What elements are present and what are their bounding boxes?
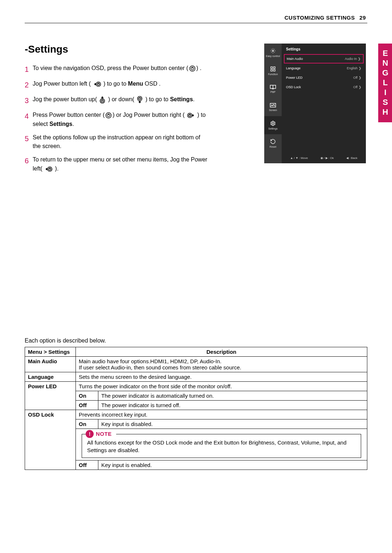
- instruction-list: 1 To view the navigation OSD, press the …: [25, 64, 210, 173]
- step-number: 2: [25, 79, 33, 91]
- note-box: ! NOTE All functions except for the OSD …: [82, 434, 361, 458]
- row-power-led: Power LED: [25, 381, 76, 410]
- note-text: All functions except for the OSD Lock mo…: [87, 439, 356, 454]
- power-center-icon: [189, 65, 196, 72]
- step-2: 2 Jog Power button left ( ) to go to Men…: [25, 79, 210, 91]
- language-side-tab: ENGLISH: [378, 44, 392, 122]
- powerled-desc: Turns the power indicator on the front s…: [76, 381, 367, 391]
- power-up-icon: [99, 96, 106, 104]
- power-down-icon: [136, 96, 143, 104]
- page-header: CUSTOMIZING SETTINGS 29: [285, 15, 366, 21]
- svg-point-19: [138, 96, 142, 101]
- step-number: 3: [25, 95, 33, 106]
- header-rule: [25, 23, 367, 23]
- osdlock-on-desc: Key input is disabled.: [98, 419, 367, 429]
- power-right-icon: [187, 112, 195, 119]
- osdlock-off-label: Off: [79, 462, 87, 468]
- power-left-icon: [45, 166, 53, 172]
- osdlock-off-desc: Key input is enabled.: [98, 460, 367, 470]
- step-6: 6 To return to the upper menu or set oth…: [25, 155, 210, 173]
- row-main-audio: Main Audio: [25, 356, 76, 372]
- osdlock-desc: Prevents incorrect key input.: [76, 410, 367, 419]
- note-label: NOTE: [96, 431, 112, 437]
- section-title: CUSTOMIZING SETTINGS: [285, 15, 355, 21]
- step-number: 6: [25, 155, 33, 173]
- step-5: 5 Set the options follow up the instruct…: [25, 133, 210, 151]
- powerled-off-desc: The power indicator is turned off.: [98, 400, 367, 410]
- main-audio-desc: Main audio have four options.HDMI1, HDMI…: [76, 356, 367, 372]
- step-number: 1: [25, 64, 33, 75]
- col-description: Description: [76, 347, 367, 356]
- osdlock-on-label: On: [79, 421, 86, 427]
- powerled-off-label: Off: [79, 402, 87, 408]
- each-option-text: Each option is described below.: [25, 337, 367, 344]
- note-badge-icon: !: [86, 430, 94, 438]
- step-4: 4 Press Power button center () or Jog Po…: [25, 111, 210, 129]
- row-osd-lock: OSD Lock: [25, 410, 76, 470]
- page-number: 29: [359, 15, 366, 21]
- col-menu: Menu > Settings: [25, 347, 76, 356]
- settings-description-table: Menu > Settings Description Main Audio M…: [25, 347, 367, 470]
- power-center-icon: [105, 112, 112, 119]
- language-desc: Sets the menu screen to the desired lang…: [76, 372, 367, 381]
- step-3: 3 Jog the power button up( ) or down( ) …: [25, 95, 210, 106]
- row-language: Language: [25, 372, 76, 381]
- power-left-icon: [93, 81, 101, 87]
- step-number: 4: [25, 111, 33, 129]
- step-1: 1 To view the navigation OSD, press the …: [25, 64, 210, 75]
- step-number: 5: [25, 133, 33, 151]
- powerled-on-label: On: [79, 393, 86, 399]
- powerled-on-desc: The power indicator is automatically tur…: [98, 391, 367, 400]
- page-title: -Settings: [25, 44, 367, 55]
